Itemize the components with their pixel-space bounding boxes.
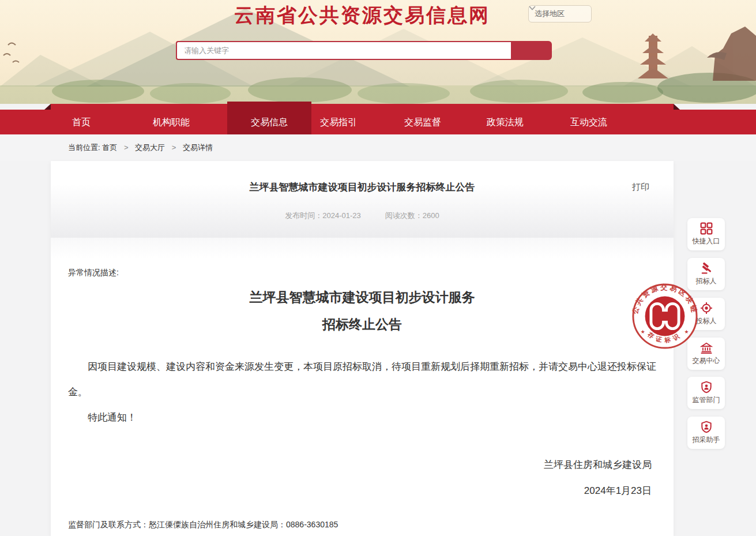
search-icon <box>176 41 189 54</box>
breadcrumb-separator: > <box>172 143 176 152</box>
nav-item-trade-info[interactable]: 交易信息 <box>251 110 288 134</box>
breadcrumb-trade-hall[interactable]: 交易大厅 <box>135 143 165 152</box>
shield-user-icon <box>700 381 713 393</box>
search-input[interactable] <box>176 41 511 60</box>
search-bar <box>176 41 552 60</box>
sidebar-item-label: 交易中心 <box>693 356 720 366</box>
page: 云南省公共资源交易信息网 选择地区 首页 机构职能 交易信息 交易指引 交易监督… <box>0 0 756 536</box>
publish-time: 2024-01-23 <box>322 211 361 220</box>
document-notice-line: 特此通知！ <box>68 405 656 430</box>
document-heading-line1: 兰坪县智慧城市建设项目初步设计服务 <box>68 288 656 306</box>
grid-icon <box>700 222 713 235</box>
nav-item-guide[interactable]: 交易指引 <box>320 110 357 134</box>
article-title: 兰坪县智慧城市建设项目初步设计服务招标终止公告 <box>51 181 674 194</box>
sidebar-item-label: 快捷入口 <box>693 237 720 246</box>
breadcrumb: 当前位置: 首页 > 交易大厅 > 交易详情 <box>0 134 756 161</box>
breadcrumb-prefix: 当前位置: <box>68 143 100 152</box>
print-button[interactable]: 打印 <box>632 182 649 193</box>
signature-date: 2024年1月23日 <box>68 484 656 497</box>
seal-star-left: ★ <box>641 329 645 335</box>
document-paragraph: 因项目建设规模、建设内容和资金来源发生变更，本项目原招标取消，待项目重新规划后择… <box>68 354 656 405</box>
seal-graphic: 公共资源交易区块链 存证标识 ★ ★ <box>631 282 699 350</box>
sidebar-item-label: 监管部门 <box>693 395 720 405</box>
article-header: 兰坪县智慧城市建设项目初步设计服务招标终止公告 打印 发布时间：2024-01-… <box>51 161 674 238</box>
header-banner: 云南省公共资源交易信息网 选择地区 <box>0 0 756 104</box>
read-count-label: 阅读次数： <box>385 211 423 220</box>
breadcrumb-trade-detail[interactable]: 交易详情 <box>183 143 213 152</box>
nav-item-interact[interactable]: 互动交流 <box>570 110 607 134</box>
breadcrumb-home[interactable]: 首页 <box>102 143 117 152</box>
shield-user-icon <box>700 421 713 433</box>
nav-ribbon-strip <box>51 104 674 110</box>
breadcrumb-separator: > <box>124 143 129 152</box>
region-selector-label: 选择地区 <box>535 9 565 19</box>
blockchain-certification-seal: 公共资源交易区块链 存证标识 ★ ★ <box>631 282 699 350</box>
nav-item-policy[interactable]: 政策法规 <box>487 110 524 134</box>
temple-silhouette <box>707 27 756 81</box>
read-count: 2600 <box>423 211 439 220</box>
nav-item-supervise[interactable]: 交易监督 <box>404 110 441 134</box>
sidebar-item-procurement-assistant[interactable]: 招采助手 <box>687 417 725 449</box>
search-button[interactable] <box>511 41 552 60</box>
sidebar-item-regulator[interactable]: 监管部门 <box>687 377 725 409</box>
article-meta: 发布时间：2024-01-23阅读次数：2600 <box>51 211 674 221</box>
target-icon <box>700 302 713 314</box>
main-nav <box>0 110 756 134</box>
ribbon-fold-left <box>44 104 51 110</box>
bank-icon <box>700 342 713 354</box>
article-card: 兰坪县智慧城市建设项目初步设计服务招标终止公告 打印 发布时间：2024-01-… <box>51 161 674 536</box>
document-heading-line2: 招标终止公告 <box>68 316 656 333</box>
signature-organization: 兰坪县住房和城乡建设局 <box>68 458 656 471</box>
region-selector[interactable]: 选择地区 <box>528 5 592 23</box>
nav-item-home[interactable]: 首页 <box>72 110 91 134</box>
chevron-down-icon <box>529 6 536 10</box>
seal-star-right: ★ <box>684 329 689 335</box>
ribbon-fold-right <box>674 104 680 110</box>
publish-time-label: 发布时间： <box>285 211 322 220</box>
sidebar-item-label: 招采助手 <box>693 435 720 445</box>
abnormal-description-label: 异常情况描述: <box>68 238 656 278</box>
nav-item-functions[interactable]: 机构职能 <box>153 110 190 134</box>
sidebar-item-quick-entry[interactable]: 快捷入口 <box>687 218 725 250</box>
gavel-icon <box>700 262 713 275</box>
article-body: 异常情况描述: 兰坪县智慧城市建设项目初步设计服务 招标终止公告 因项目建设规模… <box>51 238 674 536</box>
supervision-contact: 监督部门及联系方式：怒江傈僳族自治州住房和城乡建设局：0886-3630185 <box>68 520 338 530</box>
